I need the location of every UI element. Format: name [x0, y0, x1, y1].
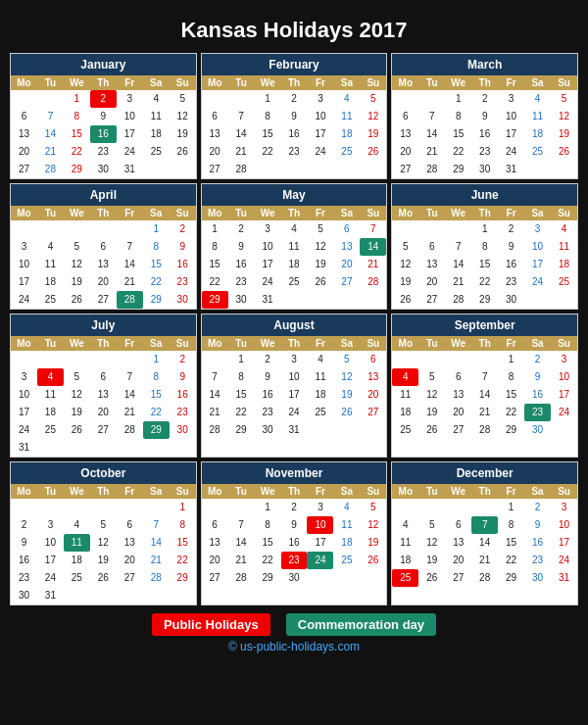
day-cell: 27 [11, 161, 37, 178]
day-header: Tu [418, 206, 445, 220]
day-cell: 1 [498, 351, 524, 368]
day-cell: 29 [143, 291, 170, 309]
day-cell: 5 [418, 368, 445, 386]
day-header: Fr [498, 336, 524, 351]
day-cell: 11 [143, 108, 170, 125]
day-cell: 31 [11, 439, 37, 457]
day-cell: 11 [64, 534, 90, 552]
day-header: Mo [392, 484, 418, 499]
day-cell: 30 [524, 569, 551, 587]
day-cell: 21 [143, 552, 170, 569]
day-cell: 30 [498, 291, 524, 309]
day-cell: 14 [471, 534, 498, 552]
day-header: Tu [228, 75, 255, 90]
day-cell: 14 [117, 256, 143, 273]
calendar-grid: JanuaryMoTuWeThFrSaSu1234567891011121314… [10, 53, 578, 605]
day-cell: 31 [551, 569, 577, 587]
day-cell: 17 [11, 273, 37, 291]
day-header: Tu [37, 336, 64, 351]
day-cell: 17 [281, 386, 308, 404]
day-cell: 24 [307, 143, 333, 161]
day-header: Tu [418, 75, 445, 90]
day-cell: 26 [307, 273, 333, 291]
day-cell: 7 [117, 238, 143, 256]
day-cell: 24 [551, 404, 577, 421]
day-cell: 10 [117, 108, 143, 125]
day-cell: 1 [143, 351, 170, 368]
day-cell: 18 [333, 125, 360, 143]
day-cell: 16 [90, 125, 117, 143]
day-cell: 18 [281, 256, 308, 273]
month-header: November [202, 462, 387, 484]
day-header: Th [90, 336, 117, 351]
day-cell: 8 [202, 238, 228, 256]
day-cell: 2 [524, 351, 551, 368]
day-header: Sa [333, 336, 360, 351]
days-grid: 1234567891011121314151617181920212223242… [392, 351, 577, 439]
day-header: We [445, 484, 471, 499]
day-cell: 15 [498, 534, 524, 552]
day-cell: 30 [170, 291, 196, 309]
day-cell: 13 [90, 256, 117, 273]
day-header: Mo [392, 336, 418, 351]
day-cell: 7 [143, 516, 170, 534]
month-block-september: SeptemberMoTuWeThFrSaSu12345678910111213… [391, 314, 578, 458]
day-cell: 12 [64, 256, 90, 273]
month-header: April [11, 184, 196, 206]
day-cell: 21 [117, 404, 143, 421]
day-header: Th [281, 484, 308, 499]
footer-link[interactable]: © us-public-holidays.com [228, 640, 360, 659]
day-cell: 2 [281, 90, 308, 108]
day-cell: 21 [418, 143, 445, 161]
empty-cell [37, 90, 64, 108]
legend-row: Public Holidays Commemoration day [10, 605, 578, 640]
day-cell: 16 [471, 125, 498, 143]
day-cell: 12 [360, 516, 386, 534]
day-cell: 3 [551, 351, 577, 368]
day-cell: 2 [471, 90, 498, 108]
day-cell: 25 [392, 569, 418, 587]
day-cell: 8 [471, 238, 498, 256]
days-grid: 1234567891011121314151617181920212223242… [202, 499, 387, 587]
day-header: We [255, 206, 281, 220]
day-cell: 9 [524, 516, 551, 534]
day-cell: 13 [90, 386, 117, 404]
day-cell: 13 [445, 534, 471, 552]
day-header: Su [551, 336, 577, 351]
day-cell: 8 [498, 368, 524, 386]
day-cell: 29 [170, 569, 196, 587]
day-header: Su [551, 75, 577, 90]
month-block-april: AprilMoTuWeThFrSaSu123456789101112131415… [10, 183, 197, 310]
day-cell: 24 [551, 552, 577, 569]
day-cell: 5 [307, 220, 333, 238]
day-cell: 22 [445, 143, 471, 161]
day-header-row: MoTuWeThFrSaSu [11, 336, 196, 351]
day-cell: 11 [524, 108, 551, 125]
day-cell: 7 [117, 368, 143, 386]
day-cell: 20 [202, 143, 228, 161]
day-header: We [64, 336, 90, 351]
empty-cell [37, 499, 64, 516]
day-header: Tu [37, 206, 64, 220]
day-cell: 19 [170, 125, 196, 143]
day-cell: 23 [90, 143, 117, 161]
day-cell: 13 [11, 125, 37, 143]
day-cell: 5 [64, 368, 90, 386]
legend-commemoration: Commemoration day [286, 613, 436, 636]
day-cell: 30 [170, 421, 196, 439]
day-cell: 2 [498, 220, 524, 238]
month-header: September [392, 314, 577, 336]
day-cell: 15 [498, 386, 524, 404]
day-cell: 17 [551, 534, 577, 552]
day-header: Mo [11, 206, 37, 220]
day-cell: 9 [170, 238, 196, 256]
day-cell: 23 [524, 552, 551, 569]
day-cell: 31 [37, 587, 64, 604]
month-block-august: AugustMoTuWeThFrSaSu12345678910111213141… [201, 314, 388, 458]
day-cell: 27 [90, 421, 117, 439]
day-cell: 19 [360, 534, 386, 552]
day-cell: 6 [445, 516, 471, 534]
day-cell: 19 [64, 273, 90, 291]
days-grid: 1234567891011121314151617181920212223242… [11, 90, 196, 178]
day-cell: 4 [307, 351, 333, 368]
